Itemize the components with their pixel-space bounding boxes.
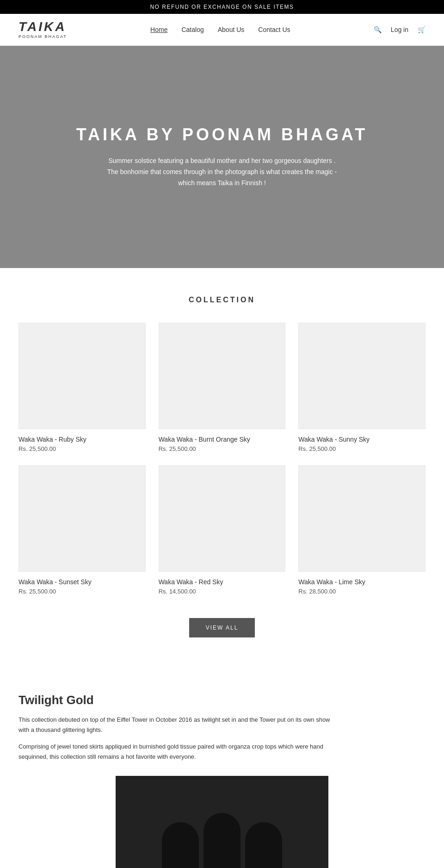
login-link[interactable]: Log in [391, 26, 408, 33]
nav-contact-us[interactable]: Contact Us [258, 26, 290, 33]
product-price-3: Rs. 25,500.00 [18, 588, 146, 595]
product-image-5 [298, 465, 426, 572]
view-all-wrapper: VIEW ALL [18, 618, 426, 637]
nav-home[interactable]: Home [150, 26, 167, 33]
twilight-description-2: Comprising of jewel toned skirts appliqu… [18, 742, 342, 762]
nav-catalog[interactable]: Catalog [181, 26, 204, 33]
logo-taika: TAIKA [18, 20, 66, 33]
search-icon[interactable]: 🔍 [374, 26, 382, 33]
collection-title: COLLECTION [18, 296, 426, 304]
header-icons: 🔍 Log in 🛒 [374, 26, 426, 33]
product-image-2 [298, 323, 426, 429]
product-name-3: Waka Waka - Sunset Sky [18, 578, 146, 586]
main-nav: Home Catalog About Us Contact Us [150, 26, 290, 33]
product-card-4[interactable]: Waka Waka - Red Sky Rs. 14,500.00 [159, 465, 286, 595]
product-card-1[interactable]: Waka Waka - Burnt Orange Sky Rs. 25,500.… [159, 323, 286, 452]
hero-section: TAIKA BY POONAM BHAGAT Summer solstice f… [0, 46, 444, 268]
view-all-button[interactable]: VIEW ALL [189, 618, 255, 637]
product-name-4: Waka Waka - Red Sky [159, 578, 286, 586]
twilight-section: Twilight Gold This collection debuted on… [0, 665, 444, 868]
hero-description: Summer solstice featuring a beautiful mo… [106, 156, 338, 188]
product-image-4 [159, 465, 286, 572]
collection-section: COLLECTION Waka Waka - Ruby Sky Rs. 25,5… [0, 268, 444, 665]
logo-sub: POONAM BHAGAT [18, 34, 67, 39]
figure-1 [162, 822, 199, 868]
product-card-5[interactable]: Waka Waka - Lime Sky Rs. 28,500.00 [298, 465, 426, 595]
product-name-2: Waka Waka - Sunny Sky [298, 436, 426, 443]
product-name-1: Waka Waka - Burnt Orange Sky [159, 436, 286, 443]
product-grid: Waka Waka - Ruby Sky Rs. 25,500.00 Waka … [18, 323, 426, 595]
product-card-2[interactable]: Waka Waka - Sunny Sky Rs. 25,500.00 [298, 323, 426, 452]
product-image-3 [18, 465, 146, 572]
product-price-0: Rs. 25,500.00 [18, 445, 146, 452]
product-name-5: Waka Waka - Lime Sky [298, 578, 426, 586]
twilight-description-1: This collection debuted on top of the Ei… [18, 715, 342, 735]
product-price-4: Rs. 14,500.00 [159, 588, 286, 595]
product-card-0[interactable]: Waka Waka - Ruby Sky Rs. 25,500.00 [18, 323, 146, 452]
product-price-5: Rs. 28,500.00 [298, 588, 426, 595]
product-image-1 [159, 323, 286, 429]
announcement-text: NO REFUND OR EXCHANGE ON SALE ITEMS [150, 4, 294, 10]
hero-title: TAIKA BY POONAM BHAGAT [76, 125, 368, 144]
announcement-bar: NO REFUND OR EXCHANGE ON SALE ITEMS [0, 0, 444, 14]
product-name-0: Waka Waka - Ruby Sky [18, 436, 146, 443]
product-image-0 [18, 323, 146, 429]
figure-group [162, 813, 282, 868]
twilight-title: Twilight Gold [18, 693, 426, 707]
figure-3 [245, 822, 282, 868]
cart-icon[interactable]: 🛒 [418, 26, 426, 33]
product-card-3[interactable]: Waka Waka - Sunset Sky Rs. 25,500.00 [18, 465, 146, 595]
product-price-1: Rs. 25,500.00 [159, 445, 286, 452]
product-price-2: Rs. 25,500.00 [298, 445, 426, 452]
figure-2 [204, 813, 240, 868]
nav-about-us[interactable]: About Us [218, 26, 245, 33]
site-header: TAIKA POONAM BHAGAT Home Catalog About U… [0, 14, 444, 46]
logo[interactable]: TAIKA POONAM BHAGAT [18, 20, 67, 39]
twilight-image [116, 776, 328, 868]
